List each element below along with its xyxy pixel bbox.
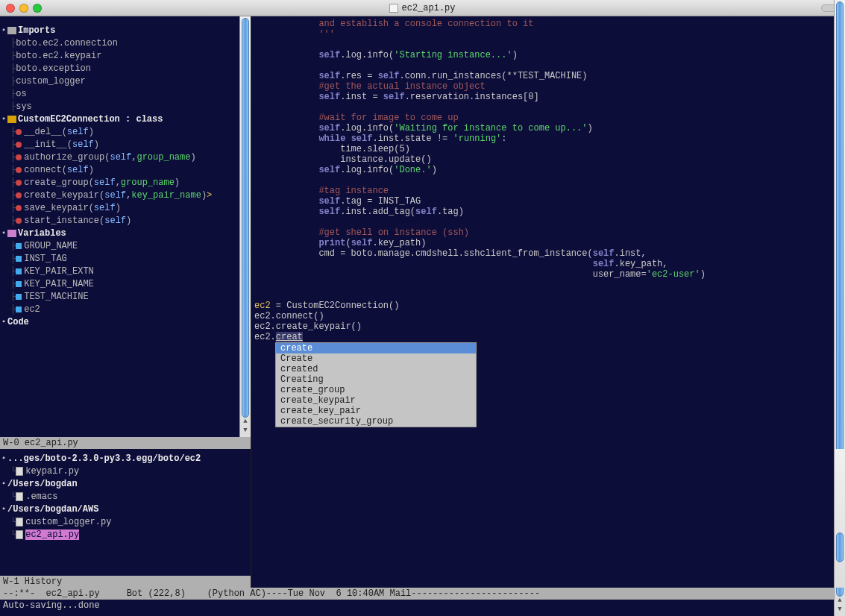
code-line[interactable]: self.inst.add_tag(self.tag) — [254, 207, 845, 217]
outline-section[interactable]: ▪Imports — [0, 24, 251, 37]
completion-item[interactable]: create — [276, 343, 476, 353]
code-line[interactable] — [254, 40, 845, 50]
method-icon — [16, 167, 22, 173]
outline-variable[interactable]: ├TEST_MACHINE — [0, 290, 251, 303]
outline-variable[interactable]: ├KEY_PAIR_EXTN — [0, 265, 251, 277]
outline-import-item[interactable]: ├custom_logger — [0, 75, 251, 87]
history-group-label: ...ges/boto-2.3.0-py3.3.egg/boto/ec2 — [7, 453, 201, 464]
code-line[interactable]: self.log.info('Waiting for instance to c… — [254, 123, 845, 133]
outline-method[interactable]: ├create_group (self,group_name) — [0, 176, 251, 189]
history-file[interactable]: └.emacs — [0, 490, 251, 503]
scroll-thumb[interactable] — [836, 532, 844, 562]
outline-variable[interactable]: ├ec2 — [0, 303, 251, 315]
document-icon — [389, 4, 398, 13]
outline-import-item[interactable]: ├sys — [0, 100, 251, 113]
collapse-icon[interactable]: ▪ — [0, 229, 7, 237]
history-file[interactable]: └custom_logger.py — [0, 515, 251, 528]
method-icon — [16, 154, 22, 160]
outline-import-item[interactable]: ├boto.ec2.keypair — [0, 49, 251, 62]
code-line[interactable]: #get shell on instance (ssh) — [254, 227, 845, 238]
history-file[interactable]: └ec2_api.py — [0, 528, 251, 541]
code-line[interactable]: ec2.connect() — [254, 311, 845, 321]
file-icon — [16, 467, 23, 476]
code-line[interactable] — [254, 280, 845, 290]
code-line[interactable]: time.sleep(5) — [254, 144, 845, 154]
outline-section[interactable]: ▪Variables — [0, 227, 251, 239]
collapse-icon[interactable]: ▪ — [0, 115, 7, 123]
method-icon — [16, 142, 22, 148]
outline-method[interactable]: ├save_keypair (self) — [0, 201, 251, 214]
code-line[interactable]: self.log.info('Starting instance...') — [254, 50, 845, 60]
code-line[interactable]: instance.update() — [254, 154, 845, 165]
code-line[interactable] — [254, 60, 845, 71]
code-line[interactable]: and establish a console connection to it — [254, 19, 845, 29]
completion-item[interactable]: create_group — [276, 385, 476, 395]
code-line[interactable]: self.key_path, — [254, 259, 845, 269]
history-file[interactable]: └keypair.py — [0, 465, 251, 477]
outline-method[interactable]: ├__del__ (self) — [0, 125, 251, 138]
code-line[interactable]: ec2 = CustomEC2Connection() — [254, 301, 845, 311]
code-line[interactable]: user_name='ec2-user') — [254, 269, 845, 280]
outline-section[interactable]: ▪Code — [0, 315, 251, 328]
code-line[interactable]: while self.inst.state != 'running': — [254, 133, 845, 144]
class-icon — [7, 116, 16, 123]
completion-item[interactable]: created — [276, 364, 476, 374]
history-file-label: ec2_api.py — [25, 529, 79, 540]
history-file-label: .emacs — [25, 491, 57, 502]
history-group[interactable]: ▪/Users/bogdan/AWS — [0, 503, 251, 515]
history-group[interactable]: ▪...ges/boto-2.3.0-py3.3.egg/boto/ec2 — [0, 452, 251, 465]
outline-variable[interactable]: ├KEY_PAIR_NAME — [0, 277, 251, 290]
code-line[interactable]: #wait for image to come up — [254, 113, 845, 123]
code-line[interactable] — [254, 175, 845, 186]
outline-method[interactable]: ├__init__ (self) — [0, 138, 251, 151]
outline-pane[interactable]: ▪Imports├boto.ec2.connection├boto.ec2.ke… — [0, 16, 251, 437]
outline-section[interactable]: ▪CustomEC2Connection : class — [0, 113, 251, 125]
code-line[interactable]: ec2.creat — [254, 332, 845, 342]
completion-item[interactable]: Create — [276, 353, 476, 364]
outline-method[interactable]: ├start_instance (self) — [0, 214, 251, 227]
outline-import-item[interactable]: ├boto.exception — [0, 62, 251, 75]
scrollbar[interactable] — [834, 449, 845, 588]
outline-import-item[interactable]: ├boto.ec2.connection — [0, 37, 251, 49]
outline-method[interactable]: ├authorize_group (self,group_name) — [0, 151, 251, 163]
outline-variable[interactable]: ├GROUP_NAME — [0, 239, 251, 252]
code-line[interactable]: self.tag = INST_TAG — [254, 196, 845, 207]
completion-item[interactable]: Creating — [276, 374, 476, 385]
code-line[interactable] — [254, 290, 845, 301]
history-group-label: /Users/bogdan/AWS — [7, 504, 98, 515]
code-line[interactable]: ''' — [254, 29, 845, 40]
folder-icon — [7, 27, 16, 34]
code-line[interactable] — [254, 217, 845, 227]
code-line[interactable]: print(self.key_path) — [254, 238, 845, 248]
scroll-down-arrow-icon[interactable]: ▼ — [240, 427, 251, 437]
code-line[interactable]: ec2.create_keypair() — [254, 321, 845, 332]
outline-import-item[interactable]: ├os — [0, 87, 251, 100]
code-line[interactable] — [254, 102, 845, 113]
code-editor[interactable]: and establish a console connection to it… — [251, 16, 845, 449]
completion-item[interactable]: create_security_group — [276, 416, 476, 427]
collapse-icon[interactable]: ▪ — [0, 505, 7, 513]
completion-item[interactable]: create_key_pair — [276, 406, 476, 416]
code-line[interactable]: #tag instance — [254, 186, 845, 196]
code-line[interactable]: self.inst = self.reservation.instances[0… — [254, 92, 845, 102]
scrollbar[interactable]: ▲ ▼ — [239, 16, 251, 437]
completion-item[interactable]: create_keypair — [276, 395, 476, 406]
outline-variable[interactable]: ├INST_TAG — [0, 252, 251, 265]
scroll-thumb[interactable] — [242, 18, 249, 418]
outline-method[interactable]: ├create_keypair (self,key_pair_name)> — [0, 189, 251, 201]
code-line[interactable]: #get the actual instance object — [254, 81, 845, 92]
collapse-icon[interactable]: ▪ — [0, 454, 7, 462]
history-pane[interactable]: ▲ ▼ ▪...ges/boto-2.3.0-py3.3.egg/boto/ec… — [0, 449, 251, 576]
code-line[interactable]: self.res = self.conn.run_instances(**TES… — [254, 71, 845, 81]
code-line[interactable]: self.log.info('Done.') — [254, 165, 845, 175]
outline-method[interactable]: ├connect (self) — [0, 163, 251, 176]
method-icon — [16, 205, 22, 211]
expand-icon[interactable]: ▪ — [0, 318, 7, 326]
section-label: CustomEC2Connection : class — [18, 114, 163, 125]
history-group[interactable]: ▪/Users/bogdan — [0, 477, 251, 490]
history-file-label: keypair.py — [25, 466, 79, 477]
completion-popup[interactable]: createCreatecreatedCreatingcreate_groupc… — [275, 342, 477, 427]
collapse-icon[interactable]: ▪ — [0, 26, 7, 34]
collapse-icon[interactable]: ▪ — [0, 480, 7, 488]
code-line[interactable]: cmd = boto.manage.cmdshell.sshclient_fro… — [254, 248, 845, 259]
